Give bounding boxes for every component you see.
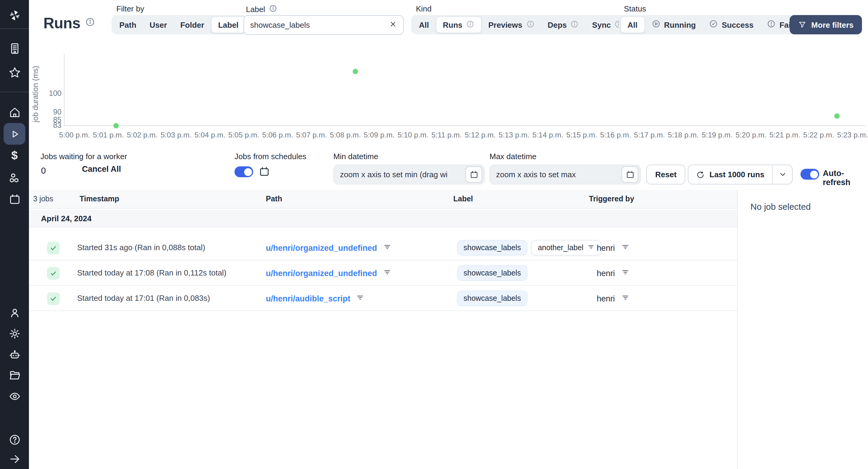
run-path-link[interactable]: u/henri/audible_script bbox=[266, 294, 350, 303]
status-option-running[interactable]: Running bbox=[645, 16, 702, 33]
star-icon[interactable] bbox=[4, 61, 25, 83]
filter-by-user-icon[interactable] bbox=[621, 293, 630, 304]
run-timestamp: Started today at 17:08 (Ran in 0,112s to… bbox=[77, 268, 226, 277]
scatter-point[interactable] bbox=[352, 68, 358, 74]
folder-icon[interactable] bbox=[4, 364, 25, 386]
max-datetime-input[interactable] bbox=[496, 170, 621, 179]
clear-label-icon[interactable] bbox=[389, 20, 397, 30]
x-tick-label: 5:22 p.m. bbox=[803, 131, 834, 139]
windmill-logo[interactable] bbox=[4, 4, 25, 26]
min-datetime-label: Min datetime bbox=[333, 152, 378, 161]
x-tick-label: 5:06 p.m. bbox=[262, 131, 293, 139]
no-job-selected-text: No job selected bbox=[750, 202, 811, 212]
filter-by-option-user[interactable]: User bbox=[143, 16, 174, 33]
label-filter-input-wrap bbox=[244, 15, 404, 35]
user-icon[interactable] bbox=[4, 302, 25, 324]
label-pill[interactable]: showcase_labels bbox=[457, 290, 527, 306]
label-pill[interactable]: another_label bbox=[531, 240, 601, 256]
filter-by-user-icon[interactable] bbox=[621, 242, 630, 253]
filter-by-user-icon[interactable] bbox=[621, 268, 630, 279]
info-icon[interactable] bbox=[526, 20, 534, 30]
help-icon[interactable] bbox=[4, 429, 25, 450]
x-tick-label: 5:21 p.m. bbox=[770, 131, 801, 139]
alert-circle-icon bbox=[767, 19, 776, 30]
run-path-link[interactable]: u/henri/organized_undefined bbox=[266, 269, 377, 278]
triggered-by-user: henri bbox=[597, 269, 615, 278]
filter-by-path-icon[interactable] bbox=[382, 242, 392, 254]
kind-option-previews[interactable]: Previews bbox=[482, 16, 541, 33]
filter-by-path-icon[interactable] bbox=[382, 268, 392, 279]
runs-table-section: 3 jobs Timestamp Path Label Triggered by… bbox=[29, 190, 868, 469]
dollar-glyph: $ bbox=[11, 149, 18, 162]
scatter-point[interactable] bbox=[834, 113, 840, 119]
filter-by-option-folder[interactable]: Folder bbox=[174, 16, 211, 33]
max-datetime-calendar-icon[interactable] bbox=[621, 166, 638, 183]
auto-refresh-toggle[interactable] bbox=[801, 169, 819, 180]
home-icon[interactable] bbox=[4, 101, 25, 123]
x-tick-label: 5:17 p.m. bbox=[634, 131, 665, 139]
last-runs-dropdown[interactable] bbox=[773, 165, 792, 184]
label-info-icon[interactable] bbox=[269, 4, 277, 14]
more-filters-button[interactable]: More filters bbox=[789, 15, 862, 34]
x-tick-label: 5:05 p.m. bbox=[228, 131, 259, 139]
table-row[interactable]: Started today at 17:08 (Ran in 0,112s to… bbox=[29, 260, 737, 286]
x-tick-label: 5:20 p.m. bbox=[735, 131, 767, 139]
gear-icon[interactable] bbox=[4, 322, 25, 344]
label-pill[interactable]: showcase_labels bbox=[457, 240, 527, 256]
label-pill[interactable]: showcase_labels bbox=[457, 265, 527, 281]
building-icon[interactable] bbox=[4, 37, 25, 59]
status-option-all[interactable]: All bbox=[620, 16, 645, 33]
eye-icon[interactable] bbox=[4, 385, 25, 407]
boxes-icon[interactable] bbox=[4, 167, 25, 189]
schedules-toggle[interactable] bbox=[235, 166, 253, 177]
triggered-by-user: henri bbox=[597, 294, 615, 303]
label-filter-label: Label bbox=[246, 4, 277, 14]
sidebar-divider bbox=[0, 28, 29, 29]
filter-by-label-icon[interactable] bbox=[587, 243, 595, 253]
scatter-point[interactable] bbox=[113, 123, 119, 128]
x-tick-label: 5:03 p.m. bbox=[161, 131, 192, 139]
kind-option-runs[interactable]: Runs bbox=[435, 16, 482, 33]
kind-option-all[interactable]: All bbox=[412, 16, 435, 33]
robot-icon[interactable] bbox=[4, 344, 25, 365]
reset-button[interactable]: Reset bbox=[646, 164, 686, 184]
last-runs-button[interactable]: Last 1000 runs bbox=[688, 165, 772, 184]
x-tick-label: 5:14 p.m. bbox=[532, 131, 564, 139]
jobs-count: 3 jobs bbox=[33, 195, 53, 203]
play-circle-icon bbox=[651, 19, 660, 30]
filter-by-option-label[interactable]: Label bbox=[211, 16, 246, 33]
status-option-success[interactable]: Success bbox=[703, 16, 761, 33]
filter-by-path-icon[interactable] bbox=[356, 293, 365, 305]
triggered-by-user: henri bbox=[597, 243, 615, 252]
status-label: Status bbox=[624, 4, 646, 13]
table-row[interactable]: Started 31s ago (Ran in 0,088s total) u/… bbox=[29, 235, 737, 260]
filter-by-option-path[interactable]: Path bbox=[113, 16, 143, 33]
page-title: Runs bbox=[43, 14, 81, 32]
kind-option-deps[interactable]: Deps bbox=[541, 16, 586, 33]
calendar-icon[interactable] bbox=[4, 188, 25, 210]
success-check-icon bbox=[47, 267, 60, 280]
chart-plot[interactable] bbox=[64, 53, 866, 125]
arrow-right-icon[interactable] bbox=[4, 448, 25, 469]
min-datetime-calendar-icon[interactable] bbox=[465, 166, 482, 183]
sidebar: $ bbox=[0, 0, 29, 469]
min-datetime-input[interactable] bbox=[340, 170, 465, 179]
cancel-all-button[interactable]: Cancel All bbox=[82, 164, 121, 174]
table-row[interactable]: Started today at 17:01 (Ran in 0,083s) u… bbox=[29, 286, 737, 311]
runs-play-icon[interactable] bbox=[4, 123, 25, 145]
schedules-calendar-icon[interactable] bbox=[258, 166, 270, 180]
info-icon[interactable] bbox=[466, 20, 474, 30]
x-tick-label: 5:08 p.m. bbox=[330, 131, 361, 139]
min-datetime-input-wrap bbox=[333, 164, 485, 184]
filter-by-segmented: Path User Folder Label bbox=[112, 15, 247, 34]
runs-duration-chart[interactable]: job duration (ms) 100 90 85 83 5:00 p.m.… bbox=[29, 53, 868, 145]
run-path-link[interactable]: u/henri/organized_undefined bbox=[266, 244, 377, 253]
max-datetime-label: Max datetime bbox=[490, 152, 536, 161]
runs-info-icon[interactable] bbox=[85, 17, 96, 30]
info-icon[interactable] bbox=[570, 20, 579, 30]
label-filter-input[interactable] bbox=[250, 21, 389, 30]
controls-row: Jobs waiting for a worker 0 Cancel All J… bbox=[29, 147, 868, 190]
success-check-icon bbox=[47, 292, 60, 305]
dollar-icon[interactable]: $ bbox=[4, 145, 25, 166]
kind-segmented: All Runs Previews Deps Sync bbox=[411, 15, 631, 34]
